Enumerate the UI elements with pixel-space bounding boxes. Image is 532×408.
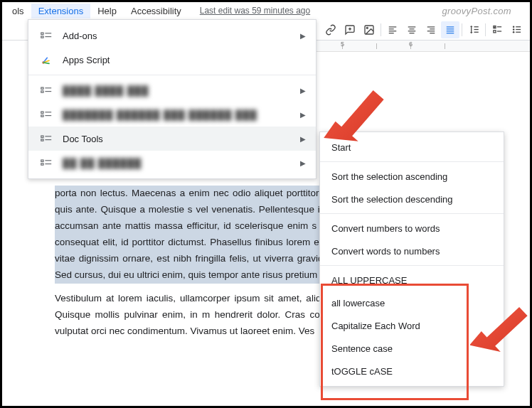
line-spacing-button[interactable]: [464, 21, 483, 38]
insert-image-button[interactable]: [360, 21, 378, 38]
svg-rect-12: [427, 26, 435, 27]
divider: [320, 265, 504, 266]
align-right-button[interactable]: [422, 21, 440, 38]
submenu-num-to-words[interactable]: Convert numbers to words: [320, 217, 504, 240]
divider: [320, 161, 504, 162]
extensions-dropdown: Add-ons ▶ Apps Script ████ ████ ███ ▶ ██…: [28, 19, 316, 179]
menu-extensions[interactable]: Extensions: [31, 4, 91, 18]
submenu-toggle-case[interactable]: tOGGLE cASE: [320, 360, 504, 382]
align-left-button[interactable]: [383, 21, 402, 38]
separator: [462, 23, 462, 36]
checklist-button[interactable]: [488, 21, 506, 38]
watermark: groovyPost.com: [435, 4, 518, 18]
menu-label: ██ ██ ██████: [63, 158, 142, 168]
svg-rect-39: [41, 91, 43, 92]
svg-rect-25: [493, 31, 495, 33]
chevron-right-icon: ▶: [300, 87, 306, 95]
chevron-right-icon: ▶: [300, 111, 306, 119]
svg-rect-16: [447, 26, 454, 27]
svg-rect-11: [410, 33, 415, 33]
menu-tools[interactable]: ols: [5, 4, 31, 18]
menu-bar: ols Extensions Help Accessibility Last e…: [2, 2, 530, 19]
svg-rect-47: [41, 139, 43, 141]
submenu-uppercase[interactable]: ALL UPPERCASE: [320, 269, 504, 291]
svg-rect-10: [408, 31, 416, 31]
menu-label: Apps Script: [63, 55, 110, 65]
svg-rect-6: [389, 31, 397, 31]
annotation-arrow: [322, 86, 386, 143]
menu-accessibility[interactable]: Accessibility: [124, 4, 188, 18]
align-center-button[interactable]: [403, 21, 421, 38]
menu-item-doc-tools[interactable]: Doc Tools ▶: [28, 127, 316, 151]
svg-rect-34: [41, 36, 43, 38]
svg-rect-7: [389, 33, 394, 33]
svg-rect-33: [41, 33, 43, 34]
align-justify-button[interactable]: [441, 21, 459, 38]
chevron-right-icon: ▶: [300, 135, 306, 143]
svg-rect-5: [389, 28, 394, 29]
svg-point-31: [512, 31, 514, 33]
svg-marker-55: [470, 306, 528, 353]
menu-item-extension[interactable]: ██ ██ ██████ ▶: [28, 151, 316, 175]
svg-rect-51: [41, 163, 43, 165]
svg-rect-18: [447, 31, 454, 31]
menu-label: Add-ons: [63, 31, 97, 41]
svg-marker-54: [322, 90, 386, 143]
bulleted-list-button[interactable]: [507, 21, 526, 38]
menu-label: ███████ ██████ ███ ██████ ███: [63, 109, 257, 120]
menu-item-apps-script[interactable]: Apps Script: [28, 48, 316, 72]
svg-rect-17: [447, 28, 454, 29]
submenu-words-to-num[interactable]: Convert words to numbers: [320, 240, 504, 262]
submenu-sort-asc[interactable]: Sort the selection ascending: [320, 165, 504, 188]
svg-rect-4: [389, 26, 397, 27]
divider: [28, 75, 316, 75]
svg-rect-20: [474, 26, 478, 27]
horizontal-ruler: 5 6: [308, 41, 530, 52]
menu-label: Doc Tools: [63, 134, 103, 144]
svg-point-3: [366, 27, 368, 28]
menu-item-extension[interactable]: ███████ ██████ ███ ██████ ███ ▶: [28, 102, 316, 127]
svg-rect-22: [474, 32, 478, 33]
svg-rect-15: [430, 33, 435, 33]
menu-item-extension[interactable]: ████ ████ ███ ▶: [28, 78, 316, 102]
submenu-sort-desc[interactable]: Sort the selection descending: [320, 188, 504, 210]
chevron-right-icon: ▶: [300, 32, 306, 40]
svg-rect-30: [516, 29, 521, 30]
extension-icon: [38, 108, 54, 121]
menu-help[interactable]: Help: [90, 4, 124, 18]
svg-rect-50: [41, 160, 43, 161]
svg-rect-42: [41, 112, 43, 113]
extension-icon: [38, 84, 54, 97]
svg-rect-14: [427, 31, 435, 31]
svg-rect-8: [408, 26, 416, 27]
insert-link-button[interactable]: [321, 21, 340, 38]
addons-icon: [38, 29, 54, 42]
svg-point-27: [512, 26, 514, 28]
svg-rect-43: [41, 115, 43, 117]
svg-rect-38: [41, 87, 43, 89]
separator: [381, 23, 381, 36]
divider: [320, 213, 504, 214]
chevron-right-icon: ▶: [300, 159, 306, 167]
menu-item-addons[interactable]: Add-ons ▶: [28, 23, 316, 48]
apps-script-icon: [38, 53, 54, 66]
add-comment-button[interactable]: [341, 21, 359, 38]
extension-icon: [38, 156, 54, 169]
menu-label: ████ ████ ███: [63, 85, 149, 96]
svg-rect-19: [447, 33, 454, 33]
svg-point-29: [512, 28, 514, 31]
annotation-arrow: [470, 301, 528, 356]
svg-rect-9: [410, 28, 415, 29]
last-edit-info[interactable]: Last edit was 59 minutes ago: [193, 4, 317, 18]
extension-icon: [38, 132, 54, 145]
svg-rect-13: [430, 28, 435, 29]
svg-rect-46: [41, 136, 43, 137]
separator: [485, 23, 486, 36]
svg-rect-21: [474, 29, 478, 30]
svg-rect-32: [516, 32, 521, 33]
svg-rect-28: [516, 26, 521, 27]
